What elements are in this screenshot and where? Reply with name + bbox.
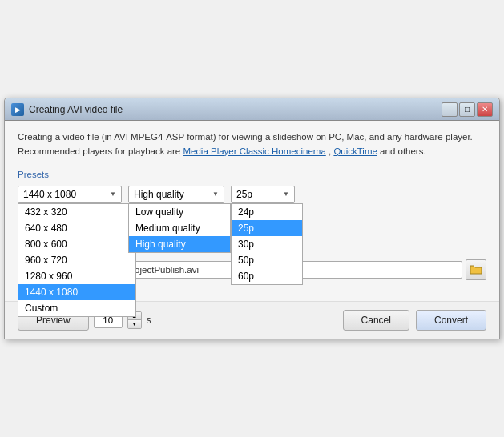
fps-option-4[interactable]: 60p	[232, 268, 302, 284]
resolution-option-5[interactable]: 1440 x 1080	[18, 284, 135, 300]
fps-option-2[interactable]: 30p	[232, 236, 302, 252]
title-bar: ▶ Creating AVI video file — □ ✕	[5, 98, 499, 121]
spinner-down[interactable]: ▼	[128, 320, 141, 328]
fps-dropdown-menu: 24p 25p 30p 50p 60p	[231, 203, 303, 285]
window-title: Creating AVI video file	[29, 104, 123, 115]
quality-option-0[interactable]: Low quality	[129, 204, 230, 220]
resolution-option-2[interactable]: 800 x 600	[18, 236, 135, 252]
main-window: ▶ Creating AVI video file — □ ✕ Creating…	[4, 98, 500, 339]
maximize-button[interactable]: □	[459, 102, 475, 117]
folder-icon	[470, 264, 482, 275]
description-text: Creating a video file (in AVI MPEG4-ASP …	[18, 130, 486, 158]
quality-arrow-icon: ▼	[212, 190, 219, 198]
quality-dropdown-menu: Low quality Medium quality High quality	[128, 203, 231, 253]
fps-selected: 25p	[236, 189, 252, 200]
resolution-arrow-icon: ▼	[110, 190, 116, 198]
description-text2: and others.	[377, 146, 426, 156]
close-button[interactable]: ✕	[477, 102, 493, 117]
resolution-option-4[interactable]: 1280 x 960	[18, 268, 135, 284]
resolution-option-1[interactable]: 640 x 480	[18, 220, 135, 236]
media-player-link[interactable]: Media Player Classic Homecinema	[183, 146, 325, 156]
presets-section: Presets 1440 x 1080 ▼ 432 x 320 640 x 48…	[18, 170, 486, 203]
fps-arrow-icon: ▼	[283, 190, 289, 198]
duration-unit-label: s	[147, 315, 151, 326]
resolution-option-0[interactable]: 432 x 320	[18, 204, 135, 220]
quality-option-2[interactable]: High quality	[129, 236, 230, 252]
quicktime-link[interactable]: QuickTime	[333, 146, 377, 156]
title-buttons: — □ ✕	[442, 102, 493, 117]
resolution-option-6[interactable]: Custom	[18, 300, 135, 316]
content-area: Creating a video file (in AVI MPEG4-ASP …	[5, 121, 499, 301]
fps-dropdown-btn[interactable]: 25p ▼	[231, 186, 295, 203]
fps-option-1[interactable]: 25p	[232, 220, 302, 236]
convert-button[interactable]: Convert	[416, 310, 486, 331]
fps-option-3[interactable]: 50p	[232, 252, 302, 268]
quality-dropdown: High quality ▼ Low quality Medium qualit…	[128, 186, 224, 203]
quality-selected: High quality	[134, 189, 184, 200]
title-bar-left: ▶ Creating AVI video file	[11, 103, 123, 116]
presets-label: Presets	[18, 170, 486, 179]
fps-option-0[interactable]: 24p	[232, 204, 302, 220]
resolution-dropdown-btn[interactable]: 1440 x 1080 ▼	[18, 186, 122, 203]
fps-dropdown: 25p ▼ 24p 25p 30p 50p 60p	[231, 186, 295, 203]
resolution-option-3[interactable]: 960 x 720	[18, 252, 135, 268]
browse-button[interactable]	[466, 259, 486, 280]
footer-right: Cancel Convert	[343, 310, 486, 331]
resolution-dropdown: 1440 x 1080 ▼ 432 x 320 640 x 480 800 x …	[18, 186, 122, 203]
cancel-button[interactable]: Cancel	[343, 310, 409, 331]
description-sep: ,	[326, 146, 334, 156]
minimize-button[interactable]: —	[442, 102, 458, 117]
quality-dropdown-btn[interactable]: High quality ▼	[128, 186, 224, 203]
resolution-selected: 1440 x 1080	[23, 189, 76, 200]
quality-option-1[interactable]: Medium quality	[129, 220, 230, 236]
window-icon: ▶	[11, 103, 24, 116]
resolution-dropdown-menu: 432 x 320 640 x 480 800 x 600 960 x 720 …	[18, 203, 136, 317]
dropdowns-row: 1440 x 1080 ▼ 432 x 320 640 x 480 800 x …	[18, 186, 486, 203]
